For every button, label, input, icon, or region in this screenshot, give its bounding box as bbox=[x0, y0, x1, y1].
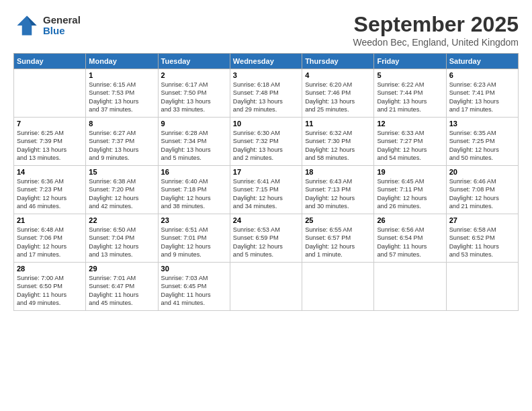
calendar-cell: 22Sunrise: 6:50 AM Sunset: 7:04 PM Dayli… bbox=[86, 214, 158, 263]
calendar-header-monday: Monday bbox=[86, 54, 158, 69]
calendar-cell: 16Sunrise: 6:40 AM Sunset: 7:18 PM Dayli… bbox=[158, 166, 230, 214]
calendar-cell: 18Sunrise: 6:43 AM Sunset: 7:13 PM Dayli… bbox=[302, 166, 374, 214]
calendar-header-tuesday: Tuesday bbox=[158, 54, 230, 69]
location-text: Weedon Bec, England, United Kingdom bbox=[353, 37, 519, 48]
day-info: Sunrise: 6:41 AM Sunset: 7:15 PM Dayligh… bbox=[233, 177, 299, 211]
calendar-cell: 23Sunrise: 6:51 AM Sunset: 7:01 PM Dayli… bbox=[158, 214, 230, 263]
day-number: 4 bbox=[305, 71, 371, 79]
calendar-cell bbox=[230, 263, 302, 311]
day-number: 12 bbox=[377, 120, 443, 128]
calendar-cell: 8Sunrise: 6:27 AM Sunset: 7:37 PM Daylig… bbox=[86, 118, 158, 166]
day-number: 27 bbox=[449, 216, 515, 224]
calendar-header-friday: Friday bbox=[374, 54, 446, 69]
calendar-cell bbox=[374, 263, 446, 311]
day-info: Sunrise: 6:56 AM Sunset: 6:54 PM Dayligh… bbox=[377, 226, 443, 259]
day-info: Sunrise: 6:38 AM Sunset: 7:20 PM Dayligh… bbox=[89, 177, 154, 211]
day-info: Sunrise: 6:35 AM Sunset: 7:25 PM Dayligh… bbox=[449, 129, 515, 163]
calendar-cell: 9Sunrise: 6:28 AM Sunset: 7:34 PM Daylig… bbox=[158, 118, 230, 166]
day-number: 3 bbox=[233, 71, 299, 79]
day-number: 6 bbox=[449, 71, 515, 79]
calendar-header-saturday: Saturday bbox=[446, 54, 518, 69]
day-info: Sunrise: 6:48 AM Sunset: 7:06 PM Dayligh… bbox=[17, 226, 83, 259]
calendar-cell: 1Sunrise: 6:15 AM Sunset: 7:53 PM Daylig… bbox=[86, 69, 158, 118]
calendar-cell: 29Sunrise: 7:01 AM Sunset: 6:47 PM Dayli… bbox=[86, 263, 158, 311]
day-info: Sunrise: 6:36 AM Sunset: 7:23 PM Dayligh… bbox=[17, 177, 83, 211]
logo-icon bbox=[13, 12, 40, 39]
day-number: 17 bbox=[233, 168, 299, 176]
calendar-week-row: 1Sunrise: 6:15 AM Sunset: 7:53 PM Daylig… bbox=[14, 69, 519, 118]
day-info: Sunrise: 7:03 AM Sunset: 6:45 PM Dayligh… bbox=[161, 274, 227, 308]
calendar-cell: 5Sunrise: 6:22 AM Sunset: 7:44 PM Daylig… bbox=[374, 69, 446, 118]
calendar-cell: 26Sunrise: 6:56 AM Sunset: 6:54 PM Dayli… bbox=[374, 214, 446, 263]
day-number: 16 bbox=[161, 168, 227, 176]
day-info: Sunrise: 6:27 AM Sunset: 7:37 PM Dayligh… bbox=[89, 129, 154, 163]
calendar-cell: 4Sunrise: 6:20 AM Sunset: 7:46 PM Daylig… bbox=[302, 69, 374, 118]
day-number: 5 bbox=[377, 71, 443, 79]
day-info: Sunrise: 6:43 AM Sunset: 7:13 PM Dayligh… bbox=[305, 177, 371, 211]
calendar-cell bbox=[14, 69, 86, 118]
day-number: 7 bbox=[17, 120, 83, 128]
calendar-cell: 11Sunrise: 6:32 AM Sunset: 7:30 PM Dayli… bbox=[302, 118, 374, 166]
calendar-cell: 17Sunrise: 6:41 AM Sunset: 7:15 PM Dayli… bbox=[230, 166, 302, 214]
day-number: 29 bbox=[89, 265, 154, 273]
day-info: Sunrise: 6:33 AM Sunset: 7:27 PM Dayligh… bbox=[377, 129, 443, 163]
day-info: Sunrise: 6:22 AM Sunset: 7:44 PM Dayligh… bbox=[377, 81, 443, 114]
logo: General Blue bbox=[13, 12, 81, 39]
day-number: 18 bbox=[305, 168, 371, 176]
calendar-week-row: 7Sunrise: 6:25 AM Sunset: 7:39 PM Daylig… bbox=[14, 118, 519, 166]
calendar-table: SundayMondayTuesdayWednesdayThursdayFrid… bbox=[13, 53, 519, 311]
calendar-cell: 14Sunrise: 6:36 AM Sunset: 7:23 PM Dayli… bbox=[14, 166, 86, 214]
calendar-week-row: 21Sunrise: 6:48 AM Sunset: 7:06 PM Dayli… bbox=[14, 214, 519, 263]
calendar-header-row: SundayMondayTuesdayWednesdayThursdayFrid… bbox=[14, 54, 519, 69]
calendar-cell bbox=[302, 263, 374, 311]
calendar-cell: 12Sunrise: 6:33 AM Sunset: 7:27 PM Dayli… bbox=[374, 118, 446, 166]
day-number: 13 bbox=[449, 120, 515, 128]
calendar-cell: 13Sunrise: 6:35 AM Sunset: 7:25 PM Dayli… bbox=[446, 118, 518, 166]
day-info: Sunrise: 6:18 AM Sunset: 7:48 PM Dayligh… bbox=[233, 81, 299, 114]
calendar-header-thursday: Thursday bbox=[302, 54, 374, 69]
day-info: Sunrise: 6:55 AM Sunset: 6:57 PM Dayligh… bbox=[305, 226, 371, 259]
header: General Blue September 2025 Weedon Bec, … bbox=[13, 12, 519, 48]
calendar-cell: 10Sunrise: 6:30 AM Sunset: 7:32 PM Dayli… bbox=[230, 118, 302, 166]
logo-label: General Blue bbox=[43, 15, 81, 37]
calendar-cell: 25Sunrise: 6:55 AM Sunset: 6:57 PM Dayli… bbox=[302, 214, 374, 263]
day-number: 1 bbox=[89, 71, 154, 79]
calendar-header-wednesday: Wednesday bbox=[230, 54, 302, 69]
day-info: Sunrise: 6:50 AM Sunset: 7:04 PM Dayligh… bbox=[89, 226, 154, 259]
day-number: 19 bbox=[377, 168, 443, 176]
day-number: 23 bbox=[161, 216, 227, 224]
month-title: September 2025 bbox=[353, 12, 519, 37]
day-info: Sunrise: 6:58 AM Sunset: 6:52 PM Dayligh… bbox=[449, 226, 515, 259]
calendar-header-sunday: Sunday bbox=[14, 54, 86, 69]
calendar-cell bbox=[446, 263, 518, 311]
title-block: September 2025 Weedon Bec, England, Unit… bbox=[353, 12, 519, 48]
day-number: 14 bbox=[17, 168, 83, 176]
day-info: Sunrise: 6:15 AM Sunset: 7:53 PM Dayligh… bbox=[89, 81, 154, 114]
calendar-cell: 2Sunrise: 6:17 AM Sunset: 7:50 PM Daylig… bbox=[158, 69, 230, 118]
day-number: 24 bbox=[233, 216, 299, 224]
day-number: 8 bbox=[89, 120, 154, 128]
logo-blue-text: Blue bbox=[43, 26, 81, 37]
page: General Blue September 2025 Weedon Bec, … bbox=[0, 0, 532, 411]
calendar-week-row: 14Sunrise: 6:36 AM Sunset: 7:23 PM Dayli… bbox=[14, 166, 519, 214]
calendar-cell: 27Sunrise: 6:58 AM Sunset: 6:52 PM Dayli… bbox=[446, 214, 518, 263]
day-number: 11 bbox=[305, 120, 371, 128]
day-number: 22 bbox=[89, 216, 154, 224]
day-number: 26 bbox=[377, 216, 443, 224]
day-number: 15 bbox=[89, 168, 154, 176]
day-info: Sunrise: 6:51 AM Sunset: 7:01 PM Dayligh… bbox=[161, 226, 227, 259]
day-number: 21 bbox=[17, 216, 83, 224]
day-info: Sunrise: 7:01 AM Sunset: 6:47 PM Dayligh… bbox=[89, 274, 154, 308]
day-number: 28 bbox=[17, 265, 83, 273]
calendar-cell: 19Sunrise: 6:45 AM Sunset: 7:11 PM Dayli… bbox=[374, 166, 446, 214]
calendar-cell: 21Sunrise: 6:48 AM Sunset: 7:06 PM Dayli… bbox=[14, 214, 86, 263]
day-info: Sunrise: 6:28 AM Sunset: 7:34 PM Dayligh… bbox=[161, 129, 227, 163]
calendar-cell: 28Sunrise: 7:00 AM Sunset: 6:50 PM Dayli… bbox=[14, 263, 86, 311]
calendar-cell: 6Sunrise: 6:23 AM Sunset: 7:41 PM Daylig… bbox=[446, 69, 518, 118]
day-info: Sunrise: 7:00 AM Sunset: 6:50 PM Dayligh… bbox=[17, 274, 83, 308]
calendar-cell: 30Sunrise: 7:03 AM Sunset: 6:45 PM Dayli… bbox=[158, 263, 230, 311]
day-number: 2 bbox=[161, 71, 227, 79]
day-number: 20 bbox=[449, 168, 515, 176]
day-info: Sunrise: 6:45 AM Sunset: 7:11 PM Dayligh… bbox=[377, 177, 443, 211]
day-number: 30 bbox=[161, 265, 227, 273]
